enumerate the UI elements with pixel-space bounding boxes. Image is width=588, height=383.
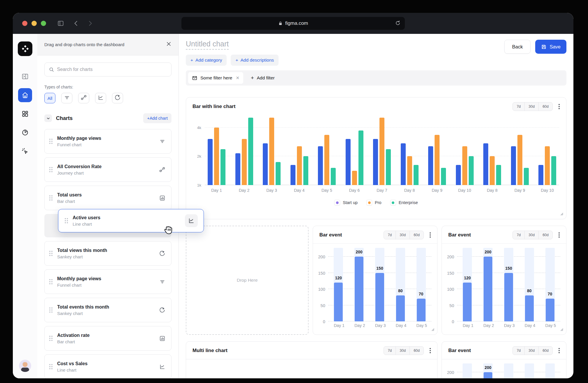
dashboard-title-input[interactable]: Untitled chart — [186, 40, 229, 50]
range-30d-button[interactable]: 30d — [525, 102, 539, 111]
drag-handle-icon[interactable] — [49, 364, 52, 369]
chevron-down-icon[interactable] — [44, 114, 52, 122]
sidebar-item-reports[interactable] — [18, 126, 32, 140]
filter-line-button[interactable] — [95, 93, 106, 103]
bar-pro[interactable] — [379, 118, 384, 185]
bar-start-up[interactable] — [538, 165, 543, 185]
bar-enterprise[interactable] — [331, 168, 336, 185]
range-30d-button[interactable]: 30d — [396, 231, 410, 239]
bar-start-up[interactable] — [290, 165, 295, 185]
bar-pro[interactable] — [297, 146, 302, 185]
bar-start-up[interactable] — [318, 146, 323, 185]
range-30d-button[interactable]: 30d — [525, 231, 539, 239]
sidebar-item-events[interactable] — [18, 144, 32, 158]
resize-handle[interactable] — [430, 327, 435, 332]
kebab-menu-icon[interactable] — [557, 347, 561, 354]
user-avatar[interactable] — [19, 360, 31, 372]
address-bar[interactable]: figma.com — [181, 17, 405, 30]
bar[interactable] — [546, 299, 554, 321]
kebab-menu-icon[interactable] — [557, 103, 561, 110]
collapse-panel-icon[interactable] — [18, 69, 32, 83]
search-input[interactable] — [57, 67, 167, 72]
bar-enterprise[interactable] — [496, 165, 501, 185]
bar-pro[interactable] — [324, 135, 329, 185]
filter-all-button[interactable]: All — [44, 93, 55, 103]
bar-enterprise[interactable] — [386, 149, 391, 185]
close-icon[interactable] — [166, 41, 172, 48]
bar-enterprise[interactable] — [358, 130, 363, 185]
bar-enterprise[interactable] — [276, 162, 281, 185]
bar-start-up[interactable] — [483, 143, 488, 185]
filter-journey-button[interactable] — [78, 93, 89, 103]
bar[interactable] — [525, 295, 534, 321]
bar-start-up[interactable] — [456, 165, 461, 185]
zoom-window-button[interactable] — [41, 21, 46, 26]
sidebar-item-home[interactable] — [18, 88, 32, 102]
bar[interactable] — [484, 257, 492, 321]
bar-pro[interactable] — [269, 118, 274, 185]
close-window-button[interactable] — [22, 21, 27, 26]
range-60d-button[interactable]: 60d — [410, 347, 424, 355]
bar-pro[interactable] — [435, 135, 440, 185]
bar-start-up[interactable] — [263, 143, 268, 185]
remove-filter-icon[interactable]: ✕ — [236, 75, 239, 81]
save-button[interactable]: Save — [535, 40, 566, 54]
bar-enterprise[interactable] — [441, 168, 446, 185]
chart-card[interactable]: Total views this monthSankey chart — [44, 241, 172, 266]
bar-pro[interactable] — [517, 135, 522, 185]
kebab-menu-icon[interactable] — [557, 231, 561, 239]
minimize-window-button[interactable] — [32, 21, 37, 26]
filter-funnel-button[interactable] — [61, 93, 72, 103]
filter-sankey-button[interactable] — [112, 93, 123, 103]
range-7d-button[interactable]: 7d — [513, 102, 525, 111]
app-logo[interactable] — [18, 41, 32, 56]
forward-nav-icon[interactable] — [87, 20, 93, 27]
bar-start-up[interactable] — [373, 139, 378, 185]
bar[interactable] — [355, 257, 363, 321]
dragged-chart-card[interactable]: Active users Line chart — [58, 209, 204, 232]
resize-handle[interactable] — [559, 327, 564, 332]
drag-handle-icon[interactable] — [49, 167, 52, 172]
bar[interactable] — [504, 273, 513, 322]
drag-handle-icon[interactable] — [49, 336, 52, 341]
bar[interactable] — [484, 372, 492, 378]
chart-card[interactable]: All Conversion RateJourney chart — [44, 157, 172, 182]
browser-sidebar-icon[interactable] — [57, 20, 64, 27]
bar[interactable] — [417, 299, 426, 321]
range-7d-button[interactable]: 7d — [513, 347, 525, 355]
filter-chip[interactable]: Some filter here ✕ — [188, 72, 243, 84]
bar-start-up[interactable] — [428, 146, 433, 185]
add-filter-button[interactable]: +Add filter — [251, 75, 275, 81]
drag-handle-icon[interactable] — [49, 251, 52, 256]
range-60d-button[interactable]: 60d — [539, 102, 552, 111]
kebab-menu-icon[interactable] — [428, 347, 432, 354]
range-7d-button[interactable]: 7d — [384, 347, 396, 355]
range-30d-button[interactable]: 30d — [396, 347, 410, 355]
bar-enterprise[interactable] — [248, 118, 253, 185]
drag-handle-icon[interactable] — [65, 218, 68, 223]
resize-handle[interactable] — [559, 212, 564, 217]
range-60d-button[interactable]: 60d — [410, 231, 424, 239]
drag-handle-icon[interactable] — [49, 195, 52, 201]
range-60d-button[interactable]: 60d — [539, 347, 552, 355]
range-30d-button[interactable]: 30d — [525, 347, 539, 355]
add-descriptions-button[interactable]: +Add descriptions — [231, 55, 279, 66]
bar[interactable] — [334, 283, 343, 321]
chart-card[interactable]: Activation rateBar chart — [44, 326, 172, 351]
bar[interactable] — [375, 273, 384, 322]
bar-enterprise[interactable] — [414, 165, 419, 185]
chart-card[interactable]: Cost vs SalesLine chart — [44, 354, 172, 378]
bar-pro[interactable] — [214, 128, 219, 185]
reload-icon[interactable] — [395, 20, 401, 27]
bar-start-up[interactable] — [235, 153, 240, 185]
chart-card[interactable]: Monthly page viewsFunnel chart — [44, 129, 172, 154]
bar-pro[interactable] — [242, 139, 247, 185]
back-nav-icon[interactable] — [73, 20, 79, 27]
bar-start-up[interactable] — [401, 143, 406, 185]
add-category-button[interactable]: +Add category — [186, 55, 227, 66]
bar-pro[interactable] — [545, 146, 550, 185]
bar-enterprise[interactable] — [220, 149, 225, 185]
drag-handle-icon[interactable] — [49, 307, 52, 313]
bar-enterprise[interactable] — [524, 168, 529, 185]
range-7d-button[interactable]: 7d — [384, 231, 396, 239]
